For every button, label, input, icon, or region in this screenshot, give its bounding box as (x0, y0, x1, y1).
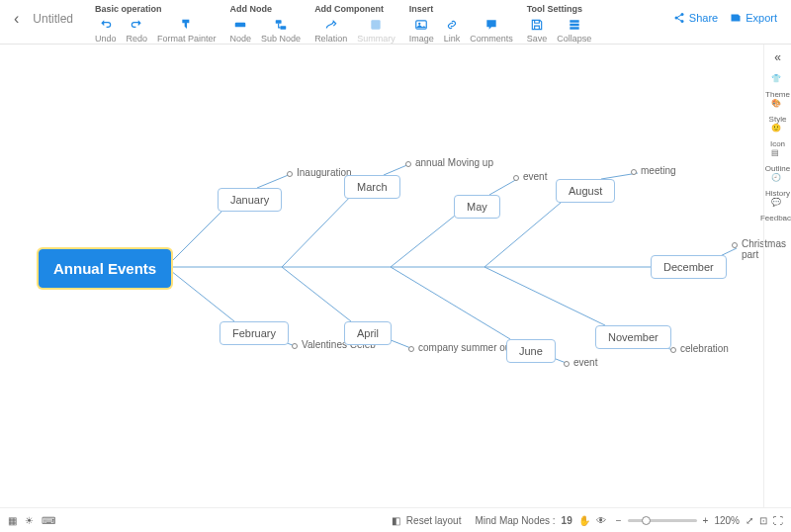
node-june[interactable]: June (506, 339, 556, 363)
group-header: Basic operation (95, 2, 217, 16)
leaf-moving-up[interactable]: annual Moving up (415, 157, 493, 168)
leaf-event-june[interactable]: event (573, 357, 597, 368)
svg-rect-1 (276, 20, 282, 24)
root-node[interactable]: Annual Events (39, 249, 171, 288)
expand-dot[interactable] (408, 346, 414, 352)
share-label: Share (689, 12, 718, 24)
fullscreen-icon[interactable]: ⛶ (773, 515, 783, 526)
toolbar-label: Undo (95, 34, 117, 44)
style-icon: 🎨 (771, 99, 785, 113)
toolbar-label: Node (230, 34, 252, 44)
expand-dot[interactable] (287, 171, 293, 177)
image-button[interactable]: Image (409, 18, 434, 44)
canvas[interactable]: Annual Events January Inauguration March… (0, 44, 763, 507)
sidepanel-feedback[interactable]: 💬Feedback (760, 198, 791, 222)
zoom-out-button[interactable]: − (616, 515, 622, 526)
sidepanel-outline[interactable]: ▤Outline (760, 148, 791, 173)
eye-icon[interactable]: 👁 (596, 515, 606, 526)
leaf-event-may[interactable]: event (523, 171, 547, 182)
group-header: Tool Settings (527, 2, 592, 16)
node-november[interactable]: November (595, 325, 671, 349)
node-april[interactable]: April (344, 321, 392, 345)
brightness-icon[interactable]: ☀ (25, 515, 34, 526)
sidepanel-icon[interactable]: 🙂Icon (760, 124, 791, 148)
leaf-inauguration[interactable]: Inauguration (297, 167, 352, 178)
fit-icon[interactable]: ⤢ (746, 515, 753, 526)
hand-icon[interactable]: ✋ (578, 515, 590, 526)
center-icon[interactable]: ⊡ (759, 515, 767, 526)
expand-dot[interactable] (405, 161, 411, 167)
comments-button[interactable]: Comments (470, 18, 513, 44)
toolbar-label: Comments (470, 34, 513, 44)
link-icon (445, 18, 459, 32)
export-button[interactable]: Export (730, 12, 777, 24)
toolbar-label: Format Painter (157, 34, 217, 44)
node-may[interactable]: May (454, 195, 500, 219)
expand-dot[interactable] (670, 347, 676, 353)
svg-rect-2 (281, 26, 287, 30)
toolbar-label: Image (409, 34, 434, 44)
reset-layout-button[interactable]: Reset layout (406, 515, 462, 526)
svg-line-19 (166, 267, 234, 321)
sub-node-icon (274, 18, 288, 32)
layout-icon[interactable]: ◧ (392, 515, 400, 526)
node-march[interactable]: March (344, 175, 400, 199)
sub-node-button[interactable]: Sub Node (261, 18, 301, 44)
zoom-value: 120% (714, 515, 740, 526)
zoom-in-button[interactable]: + (703, 515, 709, 526)
redo-button[interactable]: Redo (127, 18, 148, 44)
zoom-slider[interactable] (628, 519, 697, 522)
feedback-icon: 💬 (771, 198, 785, 212)
toolbar-label: Collapse (557, 34, 591, 44)
node-january[interactable]: January (218, 188, 282, 212)
undo-button[interactable]: Undo (95, 18, 117, 44)
doc-title[interactable]: Untitled (25, 2, 81, 36)
back-button[interactable]: ‹ (8, 2, 25, 36)
leaf-meeting[interactable]: meeting (641, 165, 676, 176)
nodes-label: Mind Map Nodes : (475, 515, 555, 526)
svg-rect-0 (235, 23, 246, 28)
sidepanel-theme[interactable]: 👕Theme (760, 74, 791, 99)
svg-line-12 (282, 188, 359, 267)
summary-icon (369, 18, 383, 32)
relation-button[interactable]: Relation (314, 18, 347, 44)
save-icon (530, 18, 544, 32)
collapse-button[interactable]: Collapse (557, 18, 591, 44)
save-button[interactable]: Save (527, 18, 548, 44)
toolbar-label: Sub Node (261, 34, 301, 44)
leaf-celebration[interactable]: celebration (680, 343, 729, 354)
redo-icon (130, 18, 143, 32)
node-button[interactable]: Node (230, 18, 252, 44)
expand-dot[interactable] (631, 169, 637, 175)
keyboard-icon[interactable]: ⌨ (42, 515, 55, 526)
comments-icon (484, 18, 498, 32)
expand-dot[interactable] (292, 343, 298, 349)
collapse-icon (568, 18, 581, 32)
expand-dot[interactable] (564, 361, 570, 367)
node-february[interactable]: February (220, 321, 289, 345)
sidepanel-history[interactable]: 🕘History (760, 173, 791, 198)
group-header: Insert (409, 2, 513, 16)
undo-icon (99, 18, 113, 32)
svg-line-21 (282, 267, 351, 321)
toolbar: ‹ Untitled Basic operationUndoRedoFormat… (0, 0, 791, 44)
nodes-count: 19 (562, 515, 572, 526)
svg-line-23 (391, 267, 510, 339)
expand-dot[interactable] (732, 242, 738, 248)
format-painter-button[interactable]: Format Painter (157, 18, 217, 44)
status-bar: ▦ ☀ ⌨ ◧ Reset layout Mind Map Nodes : 19… (0, 507, 791, 532)
node-december[interactable]: December (651, 255, 727, 279)
svg-rect-3 (372, 20, 381, 29)
grid-icon[interactable]: ▦ (8, 515, 17, 526)
relation-icon (324, 18, 338, 32)
outline-icon: ▤ (771, 148, 785, 162)
toolbar-label: Relation (314, 34, 347, 44)
expand-dot[interactable] (513, 175, 519, 181)
share-button[interactable]: Share (673, 12, 718, 24)
collapse-panel-icon[interactable]: « (774, 50, 781, 64)
format-painter-icon (180, 18, 194, 32)
sidepanel-style[interactable]: 🎨Style (760, 99, 791, 124)
link-button[interactable]: Link (444, 18, 461, 44)
summary-button[interactable]: Summary (357, 18, 396, 44)
node-august[interactable]: August (556, 179, 615, 203)
